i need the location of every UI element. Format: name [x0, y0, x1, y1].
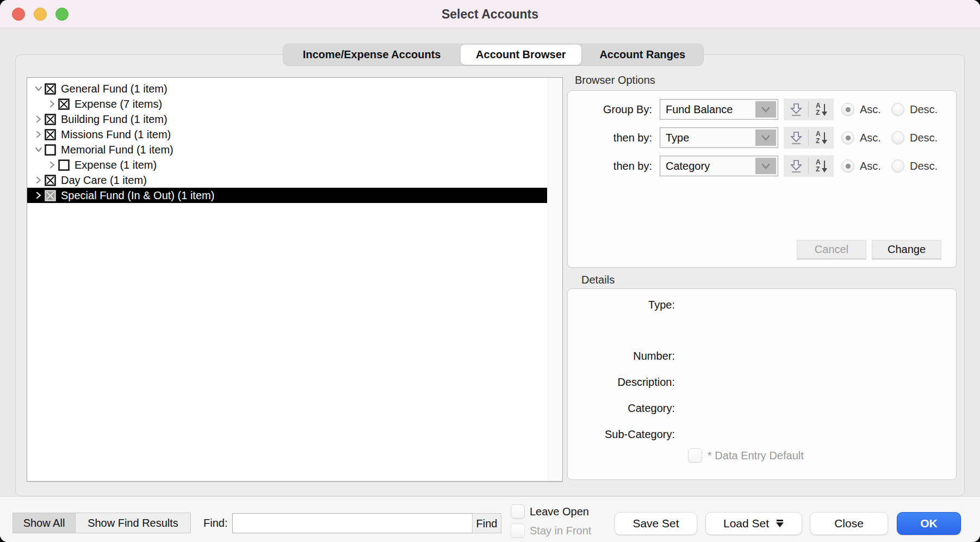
sort-az-icon[interactable]: AZ	[809, 98, 833, 120]
find-label: Find:	[203, 513, 227, 533]
ascending-radio[interactable]	[841, 103, 854, 116]
sort-icon-buttons: AZ	[784, 155, 834, 177]
svg-text:A: A	[816, 158, 821, 166]
sort-field-dropdown[interactable]: Category	[660, 156, 778, 176]
details-field-label: Number:	[568, 350, 675, 362]
tree-row-label: Special Fund (In & Out) (1 item)	[61, 189, 214, 202]
tree-row[interactable]: Memorial Fund (1 item)	[27, 142, 547, 157]
unchecked-checkbox-icon[interactable]	[45, 144, 56, 156]
chevron-right-icon[interactable]	[46, 159, 58, 171]
tree-scrollbar[interactable]	[548, 78, 562, 481]
descending-label: Desc.	[910, 127, 938, 148]
tree-row-label: Memorial Fund (1 item)	[61, 144, 173, 156]
sort-field-dropdown[interactable]: Fund Balance	[660, 99, 778, 120]
checked-checkbox-icon[interactable]	[45, 175, 56, 186]
tree-row[interactable]: Missions Fund (1 item)	[27, 127, 547, 142]
details-field-label: Description:	[568, 376, 675, 389]
show-all-button[interactable]: Show All	[13, 513, 76, 533]
tab-bar: Income/Expense Accounts Account Browser …	[283, 44, 704, 66]
descending-radio[interactable]	[891, 131, 904, 144]
stay-in-front-label: Stay in Front	[530, 525, 591, 537]
tab-account-ranges[interactable]: Account Ranges	[582, 44, 703, 65]
title-bar: Select Accounts	[0, 0, 980, 28]
sort-row-label: then by:	[568, 156, 652, 176]
tree-row[interactable]: Building Fund (1 item)	[27, 112, 547, 127]
checked-checkbox-icon[interactable]	[45, 83, 56, 95]
dropdown-arrow-button[interactable]	[755, 101, 776, 118]
window-title: Select Accounts	[0, 0, 980, 28]
tree-row[interactable]: General Fund (1 item)	[27, 81, 547, 96]
svg-text:Z: Z	[816, 137, 820, 145]
save-set-label: Save Set	[632, 517, 679, 530]
tab-account-browser[interactable]: Account Browser	[461, 45, 581, 65]
browser-options-title: Browser Options	[575, 74, 655, 87]
show-find-results-button[interactable]: Show Find Results	[75, 513, 191, 533]
details-field-label: Sub-Category:	[568, 428, 675, 441]
cancel-button[interactable]: Cancel	[797, 240, 866, 260]
chevron-right-icon[interactable]	[33, 128, 45, 140]
descending-radio[interactable]	[891, 103, 904, 116]
chevron-down-icon[interactable]	[33, 144, 45, 156]
sort-row: Group By:Fund BalanceAZAsc.Desc.	[568, 99, 956, 120]
group-arrow-icon[interactable]	[784, 98, 808, 120]
checked-checkbox-icon[interactable]	[45, 114, 56, 125]
tree-row-label: Expense (7 items)	[75, 98, 162, 110]
group-arrow-icon[interactable]	[784, 155, 808, 177]
dropdown-arrow-button[interactable]	[755, 130, 776, 146]
sort-field-value: Fund Balance	[666, 100, 733, 119]
checked-checkbox-icon[interactable]	[58, 98, 70, 110]
chevron-right-icon[interactable]	[33, 189, 45, 201]
ascending-label: Asc.	[860, 99, 881, 120]
ok-label: OK	[920, 517, 938, 530]
svg-text:Z: Z	[816, 109, 820, 116]
tree-row[interactable]: Expense (7 items)	[27, 96, 547, 112]
chevron-right-icon[interactable]	[46, 98, 58, 110]
find-button[interactable]: Find	[472, 513, 501, 533]
leave-open-checkbox[interactable]	[511, 504, 525, 519]
details-field-label: Type:	[568, 299, 675, 311]
tab-income-expense-accounts[interactable]: Income/Expense Accounts	[283, 44, 460, 65]
descending-radio[interactable]	[891, 159, 904, 173]
ascending-label: Asc.	[860, 127, 881, 148]
sort-az-icon[interactable]: AZ	[809, 155, 833, 177]
sort-row: then by:TypeAZAsc.Desc.	[568, 127, 956, 148]
close-label: Close	[834, 517, 864, 530]
save-set-button[interactable]: Save Set	[615, 512, 697, 535]
sort-row: then by:CategoryAZAsc.Desc.	[568, 156, 956, 176]
data-entry-default-checkbox[interactable]	[688, 448, 702, 463]
unchecked-checkbox-icon[interactable]	[58, 159, 70, 171]
checked-checkbox-icon[interactable]	[45, 190, 56, 201]
ok-button[interactable]: OK	[897, 512, 961, 535]
descending-label: Desc.	[910, 156, 938, 176]
svg-text:Z: Z	[816, 165, 820, 173]
ascending-radio[interactable]	[841, 159, 854, 173]
sort-field-value: Category	[666, 156, 710, 176]
tree-row[interactable]: Special Fund (In & Out) (1 item)	[27, 188, 547, 203]
sort-field-dropdown[interactable]: Type	[660, 127, 778, 148]
select-accounts-dialog: Select Accounts Income/Expense Accounts …	[0, 0, 980, 542]
tree-row[interactable]: Expense (1 item)	[27, 157, 547, 173]
browser-options-panel: Group By:Fund BalanceAZAsc.Desc.then by:…	[567, 90, 957, 268]
load-set-button[interactable]: Load Set	[705, 512, 802, 535]
ascending-radio[interactable]	[841, 131, 854, 144]
load-set-label: Load Set	[723, 517, 769, 530]
details-title: Details	[581, 274, 615, 286]
data-entry-default-label: * Data Entry Default	[708, 449, 804, 462]
chevron-right-icon[interactable]	[33, 174, 45, 186]
change-button[interactable]: Change	[872, 240, 941, 260]
dropdown-arrow-button[interactable]	[755, 158, 776, 174]
descending-label: Desc.	[910, 99, 938, 120]
ascending-label: Asc.	[860, 156, 881, 176]
details-panel: Type:Number:Description:Category:Sub-Cat…	[567, 288, 957, 480]
find-input[interactable]	[232, 513, 473, 533]
chevron-right-icon[interactable]	[33, 113, 45, 125]
group-arrow-icon[interactable]	[784, 127, 808, 149]
checked-checkbox-icon[interactable]	[45, 129, 56, 140]
close-button[interactable]: Close	[810, 512, 888, 535]
tree-row[interactable]: Day Care (1 item)	[27, 173, 547, 188]
sort-field-value: Type	[666, 128, 689, 147]
tree-row-label: Missions Fund (1 item)	[61, 128, 171, 141]
chevron-down-icon[interactable]	[33, 83, 45, 95]
stay-in-front-checkbox[interactable]	[511, 523, 525, 538]
sort-az-icon[interactable]: AZ	[809, 127, 833, 149]
